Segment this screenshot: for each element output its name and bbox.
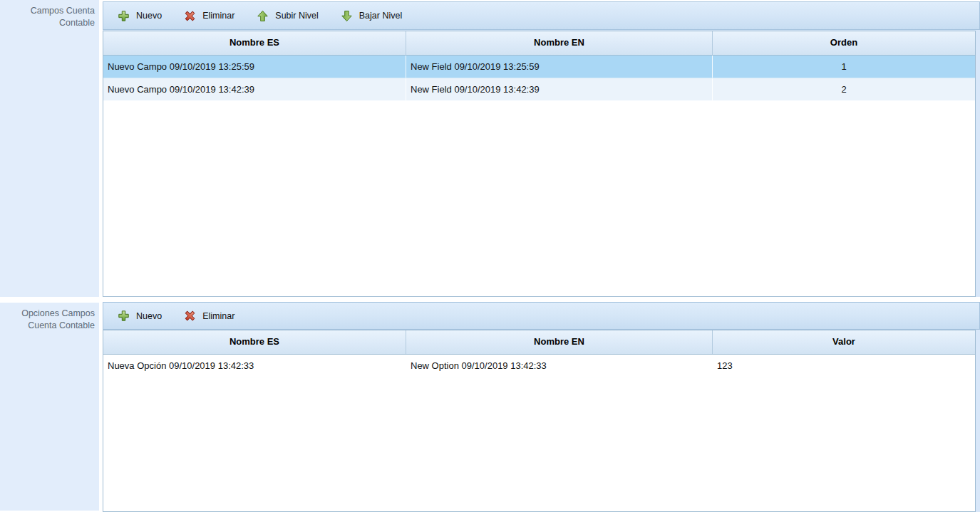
cell-nombre-es: Nuevo Campo 09/10/2019 13:25:59 [103,56,406,78]
subir-nivel-button[interactable]: Subir Nivel [254,9,321,23]
eliminar-button-label: Eliminar [202,11,234,21]
column-header-valor[interactable]: Valor [713,330,975,354]
bajar-nivel-button[interactable]: Bajar Nivel [338,9,405,23]
page: Campos Cuenta Contable Nuevo [0,0,980,512]
column-header-nombre-en[interactable]: Nombre EN [406,330,713,354]
nuevo-button[interactable]: Nuevo [115,9,165,23]
delete-icon [184,10,196,22]
opciones-section: Nuevo Eliminar Nombre [103,302,980,512]
column-header-nombre-en[interactable]: Nombre EN [406,31,713,55]
cell-nombre-en: New Field 09/10/2019 13:25:59 [406,56,713,78]
bajar-nivel-button-label: Bajar Nivel [359,11,402,21]
move-down-icon [341,10,353,22]
add-icon [118,310,130,322]
nuevo-button-label: Nuevo [136,311,162,321]
opciones-toolbar: Nuevo Eliminar [103,302,980,330]
cell-nombre-en: New Option 09/10/2019 13:42:33 [406,355,713,377]
table-row[interactable]: Nueva Opción 09/10/2019 13:42:33 New Opt… [103,355,975,377]
cell-orden: 1 [713,56,975,78]
campos-section: Nuevo Eliminar [103,1,980,297]
campos-toolbar: Nuevo Eliminar [103,1,980,30]
table-row[interactable]: Nuevo Campo 09/10/2019 13:25:59 New Fiel… [103,56,975,78]
campos-grid-header: Nombre ES Nombre EN Orden [103,31,975,56]
section-label-campos-cuenta-contable: Campos Cuenta Contable [0,0,99,297]
cell-valor: 123 [713,355,975,377]
nuevo-button[interactable]: Nuevo [115,308,165,323]
section-label-opciones-campos: Opciones Campos Cuenta Contable [0,303,99,511]
cell-nombre-es: Nueva Opción 09/10/2019 13:42:33 [103,355,406,377]
column-header-orden[interactable]: Orden [713,31,975,55]
column-header-nombre-es[interactable]: Nombre ES [103,330,406,354]
nuevo-button-label: Nuevo [136,11,162,21]
eliminar-button-label: Eliminar [202,311,234,321]
cell-nombre-en: New Field 09/10/2019 13:42:39 [406,78,713,100]
eliminar-button[interactable]: Eliminar [181,308,237,323]
table-row[interactable]: Nuevo Campo 09/10/2019 13:42:39 New Fiel… [103,78,975,101]
opciones-grid: Nombre ES Nombre EN Valor Nueva Opción 0… [103,330,976,512]
column-header-nombre-es[interactable]: Nombre ES [103,31,406,55]
move-up-icon [257,10,269,22]
campos-grid: Nombre ES Nombre EN Orden Nuevo Campo 09… [103,31,976,297]
delete-icon [184,310,196,322]
cell-orden: 2 [713,78,975,100]
cell-nombre-es: Nuevo Campo 09/10/2019 13:42:39 [103,78,406,100]
opciones-grid-header: Nombre ES Nombre EN Valor [103,330,975,355]
add-icon [118,10,130,22]
eliminar-button[interactable]: Eliminar [181,9,237,23]
subir-nivel-button-label: Subir Nivel [275,11,318,21]
